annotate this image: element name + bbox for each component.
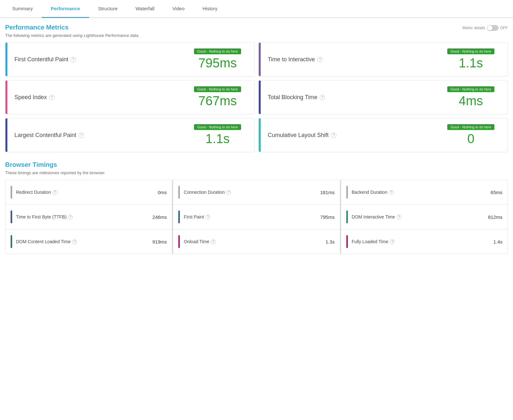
metric-details-toggle-row: Metric details OFF: [462, 25, 508, 31]
performance-metrics-title: Performance Metrics: [5, 24, 139, 31]
performance-metrics-section: Performance Metrics The following metric…: [5, 24, 508, 152]
tti-name: Time to Interactive ?: [268, 56, 323, 63]
metric-card-lcp: Largest Contentful Paint ? Good - Nothin…: [5, 118, 255, 152]
connection-value: 181ms: [320, 190, 335, 195]
browser-timings-desc: These timings are milestones reported by…: [5, 170, 508, 175]
ttfb-name: Time to First Byte (TTFB) ?: [16, 214, 152, 219]
backend-question-icon[interactable]: ?: [389, 190, 394, 195]
tabs: Summary Performance Structure Waterfall …: [0, 0, 513, 18]
onload-question-icon[interactable]: ?: [211, 239, 216, 244]
tbt-value-box: Good - Nothing to do here 4ms: [441, 86, 500, 108]
fcp-body: First Contentful Paint ? Good - Nothing …: [7, 43, 254, 76]
dom-content-question-icon[interactable]: ?: [72, 239, 77, 244]
tab-performance[interactable]: Performance: [42, 0, 89, 18]
metrics-grid: First Contentful Paint ? Good - Nothing …: [5, 42, 508, 152]
tti-question-icon[interactable]: ?: [317, 57, 323, 62]
ttfb-bar: [11, 210, 12, 223]
tab-structure[interactable]: Structure: [89, 0, 127, 18]
tab-history[interactable]: History: [193, 0, 226, 18]
performance-metrics-desc: The following metrics are generated usin…: [5, 33, 139, 38]
fully-loaded-value: 1.4s: [493, 239, 502, 244]
connection-name: Connection Duration ?: [184, 190, 320, 195]
lcp-question-icon[interactable]: ?: [79, 133, 84, 138]
lcp-value-box: Good - Nothing to do here 1.1s: [188, 124, 247, 146]
toggle-switch[interactable]: OFF: [487, 25, 508, 31]
main-content: Performance Metrics The following metric…: [0, 18, 513, 260]
fully-loaded-name: Fully Loaded Time ?: [352, 239, 493, 244]
tbt-question-icon[interactable]: ?: [320, 95, 325, 100]
dom-content-value: 919ms: [152, 239, 167, 244]
lcp-value: 1.1s: [188, 132, 247, 146]
metric-card-fcp: First Contentful Paint ? Good - Nothing …: [5, 42, 255, 76]
cls-name: Cumulative Layout Shift ?: [268, 132, 336, 139]
si-value-box: Good - Nothing to do here 767ms: [188, 86, 247, 108]
fully-loaded-question-icon[interactable]: ?: [390, 239, 395, 244]
fcp-name: First Contentful Paint ?: [14, 56, 76, 63]
redirect-value: 0ms: [158, 190, 167, 195]
tti-body: Time to Interactive ? Good - Nothing to …: [261, 43, 508, 76]
timing-connection: Connection Duration ? 181ms: [173, 180, 340, 204]
dom-interactive-question-icon[interactable]: ?: [397, 215, 401, 219]
timing-dom-content: DOM Content Loaded Time ? 919ms: [5, 229, 172, 254]
ttfb-value: 246ms: [152, 214, 167, 220]
timing-onload: Onload Time ? 1.3s: [173, 229, 340, 254]
si-name: Speed Index ?: [14, 94, 55, 101]
toggle-knob: [487, 25, 492, 30]
si-question-icon[interactable]: ?: [49, 95, 55, 100]
redirect-question-icon[interactable]: ?: [53, 190, 57, 195]
metric-card-cls: Cumulative Layout Shift ? Good - Nothing…: [258, 118, 508, 152]
tti-value: 1.1s: [441, 56, 500, 70]
timings-row-2: Time to First Byte (TTFB) ? 246ms First …: [5, 205, 508, 229]
timing-redirect: Redirect Duration ? 0ms: [5, 180, 172, 204]
connection-bar: [178, 186, 180, 199]
lcp-name: Largest Contentful Paint ?: [14, 132, 84, 139]
toggle-off-label: OFF: [500, 26, 508, 30]
timing-ttfb: Time to First Byte (TTFB) ? 246ms: [5, 205, 172, 229]
si-value: 767ms: [188, 94, 247, 108]
tab-summary[interactable]: Summary: [3, 0, 42, 18]
lcp-badge: Good - Nothing to do here: [194, 124, 241, 130]
backend-name: Backend Duration ?: [352, 190, 491, 195]
timing-fully-loaded: Fully Loaded Time ? 1.4s: [341, 229, 508, 254]
fcp-value: 795ms: [188, 56, 247, 70]
tab-video[interactable]: Video: [163, 0, 193, 18]
toggle-track: [487, 25, 499, 31]
metric-card-tbt: Total Blocking Time ? Good - Nothing to …: [258, 80, 508, 114]
redirect-bar: [11, 186, 12, 199]
metric-details-label: Metric details: [462, 26, 485, 30]
backend-value: 65ms: [491, 190, 502, 195]
tbt-value: 4ms: [441, 94, 500, 108]
tab-waterfall[interactable]: Waterfall: [127, 0, 164, 18]
fp-name: First Paint ?: [184, 214, 320, 219]
tti-badge: Good - Nothing to do here: [447, 48, 494, 54]
tti-value-box: Good - Nothing to do here 1.1s: [441, 48, 500, 70]
onload-name: Onload Time ?: [184, 239, 325, 244]
timing-dom-interactive: DOM Interactive Time ? 812ms: [341, 205, 508, 229]
timings-grid: Redirect Duration ? 0ms Connection Durat…: [5, 180, 508, 254]
fp-question-icon[interactable]: ?: [206, 215, 210, 219]
dom-interactive-name: DOM Interactive Time ?: [352, 214, 488, 219]
connection-question-icon[interactable]: ?: [226, 190, 231, 195]
browser-timings-title: Browser Timings: [5, 161, 508, 168]
si-body: Speed Index ? Good - Nothing to do here …: [7, 81, 254, 114]
tbt-body: Total Blocking Time ? Good - Nothing to …: [261, 81, 508, 114]
cls-question-icon[interactable]: ?: [331, 133, 336, 138]
browser-timings-section: Browser Timings These timings are milest…: [5, 161, 508, 254]
ttfb-question-icon[interactable]: ?: [68, 215, 73, 219]
timing-fp: First Paint ? 795ms: [173, 205, 340, 229]
tbt-badge: Good - Nothing to do here: [447, 86, 494, 92]
timings-row-1: Redirect Duration ? 0ms Connection Durat…: [5, 180, 508, 205]
fcp-badge: Good - Nothing to do here: [194, 48, 241, 54]
redirect-name: Redirect Duration ?: [16, 190, 158, 195]
fcp-value-box: Good - Nothing to do here 795ms: [188, 48, 247, 70]
metric-card-tti: Time to Interactive ? Good - Nothing to …: [258, 42, 508, 76]
fcp-question-icon[interactable]: ?: [71, 57, 76, 62]
dom-content-name: DOM Content Loaded Time ?: [16, 239, 152, 244]
cls-badge: Good - Nothing to do here: [447, 124, 494, 130]
cls-value-box: Good - Nothing to do here 0: [441, 124, 500, 146]
lcp-body: Largest Contentful Paint ? Good - Nothin…: [7, 118, 254, 152]
cls-value: 0: [441, 132, 500, 146]
backend-bar: [346, 186, 348, 199]
fp-bar: [178, 210, 180, 223]
timings-row-3: DOM Content Loaded Time ? 919ms Onload T…: [5, 229, 508, 254]
